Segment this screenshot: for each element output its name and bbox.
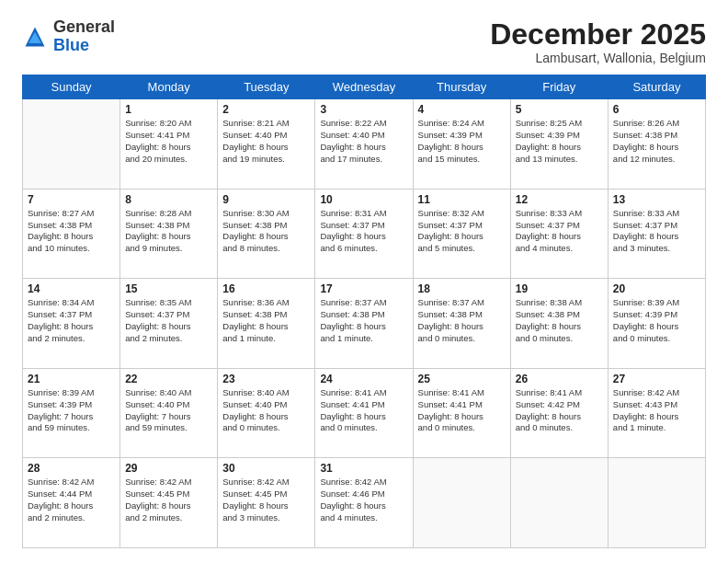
cell-content: Sunrise: 8:36 AM Sunset: 4:38 PM Dayligh… [222,297,310,344]
cell-content: Sunrise: 8:33 AM Sunset: 4:37 PM Dayligh… [613,208,700,255]
day-number: 4 [418,103,506,116]
cell-content: Sunrise: 8:42 AM Sunset: 4:43 PM Dayligh… [613,387,700,434]
title-block: December 2025 Lambusart, Wallonia, Belgi… [490,18,706,65]
day-number: 14 [28,282,115,295]
day-number: 12 [516,193,603,206]
day-number: 11 [418,193,506,206]
calendar-cell: 18Sunrise: 8:37 AM Sunset: 4:38 PM Dayli… [413,279,510,369]
cell-content: Sunrise: 8:37 AM Sunset: 4:38 PM Dayligh… [418,297,506,344]
cell-content: Sunrise: 8:32 AM Sunset: 4:37 PM Dayligh… [418,208,506,255]
calendar-cell: 7Sunrise: 8:27 AM Sunset: 4:38 PM Daylig… [23,189,120,279]
day-number: 6 [613,103,700,116]
month-title: December 2025 [490,18,706,51]
cell-content: Sunrise: 8:38 AM Sunset: 4:38 PM Dayligh… [516,297,603,344]
cell-content: Sunrise: 8:22 AM Sunset: 4:40 PM Dayligh… [320,118,407,165]
calendar-cell: 11Sunrise: 8:32 AM Sunset: 4:37 PM Dayli… [413,189,510,279]
cell-content: Sunrise: 8:37 AM Sunset: 4:38 PM Dayligh… [320,297,407,344]
calendar-week-row: 7Sunrise: 8:27 AM Sunset: 4:38 PM Daylig… [23,189,706,279]
weekday-header-tuesday: Tuesday [218,75,315,99]
cell-content: Sunrise: 8:30 AM Sunset: 4:38 PM Dayligh… [222,208,310,255]
calendar-cell: 6Sunrise: 8:26 AM Sunset: 4:38 PM Daylig… [608,99,705,190]
calendar-cell: 15Sunrise: 8:35 AM Sunset: 4:37 PM Dayli… [120,279,218,369]
calendar-cell: 28Sunrise: 8:42 AM Sunset: 4:44 PM Dayli… [23,458,120,548]
day-number: 10 [320,193,407,206]
cell-content: Sunrise: 8:42 AM Sunset: 4:45 PM Dayligh… [125,477,212,523]
cell-content: Sunrise: 8:20 AM Sunset: 4:41 PM Dayligh… [125,118,212,165]
logo-icon [22,24,48,50]
day-number: 30 [222,462,310,475]
calendar-cell: 1Sunrise: 8:20 AM Sunset: 4:41 PM Daylig… [120,99,218,190]
cell-content: Sunrise: 8:31 AM Sunset: 4:37 PM Dayligh… [320,208,407,255]
header: General Blue December 2025 Lambusart, Wa… [22,18,706,65]
day-number: 18 [418,282,506,295]
day-number: 15 [125,282,212,295]
day-number: 1 [125,103,212,116]
calendar-cell: 16Sunrise: 8:36 AM Sunset: 4:38 PM Dayli… [218,279,315,369]
calendar-cell: 27Sunrise: 8:42 AM Sunset: 4:43 PM Dayli… [608,368,705,458]
day-number: 2 [222,103,310,116]
weekday-header-saturday: Saturday [608,75,705,99]
day-number: 13 [613,193,700,206]
day-number: 8 [125,193,212,206]
day-number: 22 [125,373,212,385]
calendar-cell [510,458,608,548]
calendar-cell: 2Sunrise: 8:21 AM Sunset: 4:40 PM Daylig… [218,99,315,190]
cell-content: Sunrise: 8:40 AM Sunset: 4:40 PM Dayligh… [125,387,212,434]
calendar-cell: 25Sunrise: 8:41 AM Sunset: 4:41 PM Dayli… [413,368,510,458]
calendar-cell: 20Sunrise: 8:39 AM Sunset: 4:39 PM Dayli… [608,279,705,369]
location-subtitle: Lambusart, Wallonia, Belgium [490,51,706,65]
day-number: 16 [222,282,310,295]
calendar-cell: 17Sunrise: 8:37 AM Sunset: 4:38 PM Dayli… [315,279,413,369]
logo-text: General Blue [53,18,115,55]
calendar-cell: 10Sunrise: 8:31 AM Sunset: 4:37 PM Dayli… [315,189,413,279]
calendar-cell: 14Sunrise: 8:34 AM Sunset: 4:37 PM Dayli… [23,279,120,369]
calendar-cell: 3Sunrise: 8:22 AM Sunset: 4:40 PM Daylig… [315,99,413,190]
cell-content: Sunrise: 8:40 AM Sunset: 4:40 PM Dayligh… [222,387,310,434]
calendar-cell: 12Sunrise: 8:33 AM Sunset: 4:37 PM Dayli… [510,189,608,279]
day-number: 26 [516,373,603,385]
day-number: 17 [320,282,407,295]
day-number: 28 [28,462,115,475]
calendar-cell: 23Sunrise: 8:40 AM Sunset: 4:40 PM Dayli… [218,368,315,458]
cell-content: Sunrise: 8:26 AM Sunset: 4:38 PM Dayligh… [613,118,700,165]
cell-content: Sunrise: 8:42 AM Sunset: 4:45 PM Dayligh… [222,477,310,523]
day-number: 3 [320,103,407,116]
cell-content: Sunrise: 8:34 AM Sunset: 4:37 PM Dayligh… [28,297,115,344]
day-number: 21 [28,373,115,385]
cell-content: Sunrise: 8:39 AM Sunset: 4:39 PM Dayligh… [28,387,115,434]
day-number: 29 [125,462,212,475]
weekday-header-friday: Friday [510,75,608,99]
calendar-cell: 31Sunrise: 8:42 AM Sunset: 4:46 PM Dayli… [315,458,413,548]
day-number: 25 [418,373,506,385]
calendar-cell [23,99,120,190]
calendar-cell: 30Sunrise: 8:42 AM Sunset: 4:45 PM Dayli… [218,458,315,548]
calendar-cell: 24Sunrise: 8:41 AM Sunset: 4:41 PM Dayli… [315,368,413,458]
calendar-cell: 29Sunrise: 8:42 AM Sunset: 4:45 PM Dayli… [120,458,218,548]
calendar-cell [608,458,705,548]
cell-content: Sunrise: 8:24 AM Sunset: 4:39 PM Dayligh… [418,118,506,165]
day-number: 20 [613,282,700,295]
day-number: 5 [516,103,603,116]
cell-content: Sunrise: 8:35 AM Sunset: 4:37 PM Dayligh… [125,297,212,344]
weekday-header-sunday: Sunday [23,75,120,99]
calendar-week-row: 28Sunrise: 8:42 AM Sunset: 4:44 PM Dayli… [23,458,706,548]
cell-content: Sunrise: 8:27 AM Sunset: 4:38 PM Dayligh… [28,208,115,255]
calendar-cell: 19Sunrise: 8:38 AM Sunset: 4:38 PM Dayli… [510,279,608,369]
day-number: 31 [320,462,407,475]
cell-content: Sunrise: 8:28 AM Sunset: 4:38 PM Dayligh… [125,208,212,255]
cell-content: Sunrise: 8:41 AM Sunset: 4:41 PM Dayligh… [320,387,407,434]
day-number: 24 [320,373,407,385]
calendar-cell: 13Sunrise: 8:33 AM Sunset: 4:37 PM Dayli… [608,189,705,279]
cell-content: Sunrise: 8:33 AM Sunset: 4:37 PM Dayligh… [516,208,603,255]
weekday-header-wednesday: Wednesday [315,75,413,99]
weekday-header-monday: Monday [120,75,218,99]
calendar-cell: 4Sunrise: 8:24 AM Sunset: 4:39 PM Daylig… [413,99,510,190]
cell-content: Sunrise: 8:41 AM Sunset: 4:42 PM Dayligh… [516,387,603,434]
calendar-cell: 9Sunrise: 8:30 AM Sunset: 4:38 PM Daylig… [218,189,315,279]
calendar-cell: 8Sunrise: 8:28 AM Sunset: 4:38 PM Daylig… [120,189,218,279]
calendar-cell: 26Sunrise: 8:41 AM Sunset: 4:42 PM Dayli… [510,368,608,458]
weekday-header-thursday: Thursday [413,75,510,99]
cell-content: Sunrise: 8:25 AM Sunset: 4:39 PM Dayligh… [516,118,603,165]
weekday-header-row: SundayMondayTuesdayWednesdayThursdayFrid… [23,75,706,99]
cell-content: Sunrise: 8:39 AM Sunset: 4:39 PM Dayligh… [613,297,700,344]
